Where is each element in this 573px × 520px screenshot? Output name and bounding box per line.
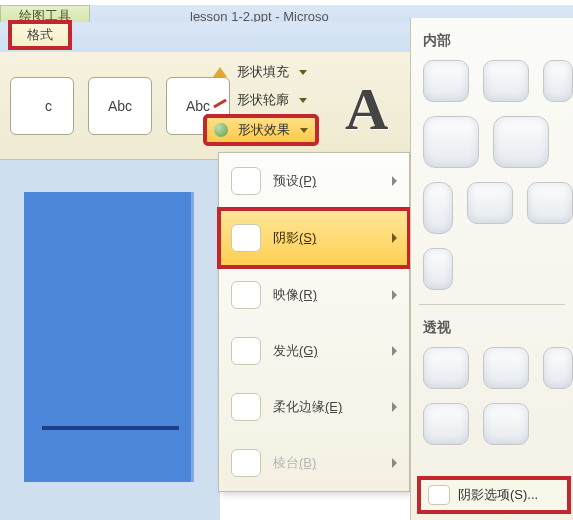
- shadow-gallery-panel: 内部 透视 阴影选项(S)...: [410, 18, 573, 520]
- shadow-thumb[interactable]: [527, 182, 573, 224]
- preset-icon: [231, 167, 261, 195]
- shape-outline-label: 形状轮廓: [237, 91, 289, 109]
- shadow-thumb[interactable]: [423, 116, 479, 168]
- menu-item-preset[interactable]: 预设(P): [219, 153, 409, 209]
- reflection-icon: [231, 281, 261, 309]
- shape-effects-label: 形状效果: [238, 121, 290, 139]
- chevron-right-icon: [392, 233, 397, 243]
- sphere-icon: [214, 123, 232, 137]
- chevron-down-icon: [299, 70, 307, 75]
- shadow-icon: [231, 224, 261, 252]
- shadow-thumb[interactable]: [483, 403, 529, 445]
- shape-effects-button[interactable]: 形状效果: [205, 116, 317, 144]
- shape-outline-button[interactable]: 形状轮廓: [205, 88, 317, 112]
- shape-style-swatch[interactable]: c: [10, 77, 74, 135]
- chevron-right-icon: [392, 402, 397, 412]
- paint-bucket-icon: [213, 65, 231, 79]
- chevron-down-icon: [299, 98, 307, 103]
- pen-icon: [213, 93, 231, 107]
- shape-style-swatch[interactable]: Abc: [88, 77, 152, 135]
- slide[interactable]: [24, 192, 194, 482]
- section-label-inner: 内部: [411, 18, 573, 60]
- shadow-thumb[interactable]: [423, 60, 469, 102]
- shadow-thumb[interactable]: [423, 182, 453, 234]
- chevron-right-icon: [392, 176, 397, 186]
- shadow-thumb[interactable]: [483, 347, 529, 389]
- shadow-thumb[interactable]: [493, 116, 549, 168]
- glow-icon: [231, 337, 261, 365]
- chevron-right-icon: [392, 290, 397, 300]
- shadow-thumb[interactable]: [423, 403, 469, 445]
- shadow-thumb[interactable]: [543, 60, 573, 102]
- chevron-down-icon: [300, 128, 308, 133]
- chevron-right-icon: [392, 458, 397, 468]
- shadow-thumb[interactable]: [467, 182, 513, 224]
- shadow-thumb[interactable]: [543, 347, 573, 389]
- shadow-thumb[interactable]: [423, 248, 453, 290]
- perspective-shadow-grid: [411, 347, 573, 445]
- shadow-options-button[interactable]: 阴影选项(S)...: [419, 478, 569, 512]
- slide-canvas-area: [0, 160, 220, 520]
- section-label-perspective: 透视: [411, 305, 573, 347]
- menu-item-soft-edges[interactable]: 柔化边缘(E): [219, 379, 409, 435]
- shape-line[interactable]: [42, 426, 179, 430]
- inner-shadow-grid: [411, 60, 573, 290]
- menu-item-glow[interactable]: 发光(G): [219, 323, 409, 379]
- shadow-options-icon: [428, 485, 450, 505]
- menu-item-reflection[interactable]: 映像(R): [219, 267, 409, 323]
- shadow-thumb[interactable]: [483, 60, 529, 102]
- shape-fill-button[interactable]: 形状填充: [205, 60, 317, 84]
- shape-style-gallery[interactable]: c Abc Abc: [0, 52, 240, 159]
- menu-item-shadow[interactable]: 阴影(S): [219, 209, 409, 267]
- shadow-thumb[interactable]: [423, 347, 469, 389]
- menu-item-bevel[interactable]: 棱台(B): [219, 435, 409, 491]
- shape-effects-menu: 预设(P) 阴影(S) 映像(R) 发光(G) 柔化边缘(E) 棱台(B): [218, 152, 410, 492]
- tab-format[interactable]: 格式: [10, 22, 70, 48]
- shadow-options-label: 阴影选项(S)...: [458, 486, 538, 504]
- shape-fill-label: 形状填充: [237, 63, 289, 81]
- bevel-icon: [231, 449, 261, 477]
- chevron-right-icon: [392, 346, 397, 356]
- soft-edges-icon: [231, 393, 261, 421]
- wordart-style-sample[interactable]: A: [345, 75, 388, 144]
- shape-format-buttons: 形状填充 形状轮廓 形状效果: [205, 60, 317, 144]
